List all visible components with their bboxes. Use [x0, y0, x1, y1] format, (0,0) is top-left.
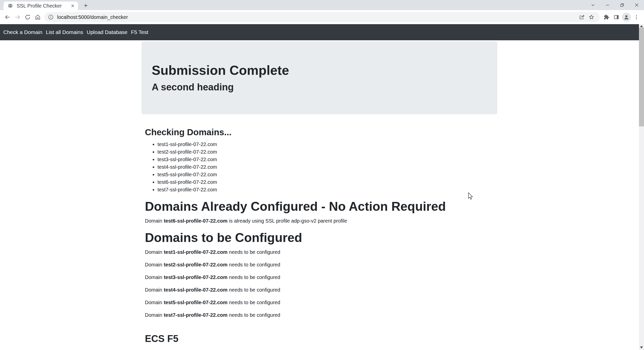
window-controls — [586, 0, 644, 10]
home-button[interactable] — [33, 12, 43, 23]
to-configure-list: Domaintest1-ssl-profile-07-22.comneeds t… — [145, 248, 494, 319]
site-info-icon[interactable] — [48, 14, 54, 20]
status-prefix: Domain — [145, 286, 162, 294]
globe-favicon-icon — [8, 3, 13, 9]
configured-status-line: Domaintest6-ssl-profile-07-22.comis alre… — [145, 217, 494, 225]
domain-list-item: test6-ssl-profile-07-22.com — [157, 178, 494, 186]
tab-strip: SSL Profile Checker — [0, 0, 644, 10]
tab-close-icon[interactable] — [69, 3, 76, 9]
status-suffix: needs to be configured — [229, 273, 280, 281]
status-suffix: needs to be configured — [229, 299, 280, 306]
browser-tab[interactable]: SSL Profile Checker — [4, 2, 78, 10]
content-container: Submission Complete A second heading Che… — [142, 41, 497, 344]
nav-link[interactable]: Check a Domain — [2, 29, 44, 35]
site-navbar: Check a Domain List all Domains Upload D… — [0, 24, 639, 40]
status-prefix: Domain — [145, 261, 162, 268]
status-domain: test7-ssl-profile-07-22.com — [164, 311, 227, 319]
to-configure-heading: Domains to be Configured — [145, 230, 494, 245]
nav-link[interactable]: List all Domains — [44, 29, 85, 35]
ecs-f5-heading: ECS F5 — [145, 333, 494, 344]
nav-link[interactable]: Upload Database — [85, 29, 129, 35]
avatar-icon — [622, 13, 631, 22]
status-suffix: needs to be configured — [229, 261, 280, 268]
scrollbar-thumb[interactable] — [639, 28, 644, 126]
browser-toolbar: localhost:5000/domain_checker — [0, 10, 644, 24]
page-title: Submission Complete — [152, 62, 487, 78]
close-window-button[interactable] — [629, 0, 644, 10]
tab-title: SSL Profile Checker — [17, 3, 69, 9]
configured-list: Domaintest6-ssl-profile-07-22.comis alre… — [145, 217, 494, 225]
scrollbar-up-arrow-icon[interactable] — [640, 25, 643, 27]
status-domain: test4-ssl-profile-07-22.com — [164, 286, 227, 294]
domain-list-item: test2-ssl-profile-07-22.com — [157, 148, 494, 156]
domain-list-item: test7-ssl-profile-07-22.com — [157, 186, 494, 193]
page-content: Submission Complete A second heading Che… — [0, 40, 639, 350]
to-configure-status-line: Domaintest1-ssl-profile-07-22.comneeds t… — [145, 248, 494, 256]
to-configure-status-line: Domaintest4-ssl-profile-07-22.comneeds t… — [145, 286, 494, 294]
status-domain: test3-ssl-profile-07-22.com — [164, 273, 227, 281]
checking-domains-heading: Checking Domains... — [145, 127, 494, 137]
new-tab-button[interactable] — [82, 2, 90, 9]
status-suffix: needs to be configured — [229, 311, 280, 319]
to-configure-status-line: Domaintest2-ssl-profile-07-22.comneeds t… — [145, 261, 494, 268]
status-suffix: is already using SSL profile adp-gso-v2 … — [229, 217, 347, 225]
to-configure-status-line: Domaintest3-ssl-profile-07-22.comneeds t… — [145, 273, 494, 281]
domain-list-item: test4-ssl-profile-07-22.com — [157, 163, 494, 171]
browser-menu-dots-icon[interactable] — [631, 12, 641, 23]
status-prefix: Domain — [145, 299, 162, 306]
profile-avatar[interactable] — [621, 12, 631, 23]
status-prefix: Domain — [145, 273, 162, 281]
domain-list: test1-ssl-profile-07-22.com test2-ssl-pr… — [145, 141, 494, 193]
address-bar[interactable]: localhost:5000/domain_checker — [44, 12, 600, 22]
domain-list-item: test3-ssl-profile-07-22.com — [157, 156, 494, 163]
restore-button[interactable] — [615, 0, 629, 10]
minimize-button[interactable] — [600, 0, 615, 10]
configured-heading: Domains Already Configured - No Action R… — [145, 199, 494, 214]
status-domain: test6-ssl-profile-07-22.com — [164, 217, 227, 225]
page-scrollbar[interactable] — [639, 24, 644, 350]
url-text[interactable]: localhost:5000/domain_checker — [57, 14, 128, 20]
to-configure-status-line: Domaintest7-ssl-profile-07-22.comneeds t… — [145, 311, 494, 319]
tab-search-chevron-icon[interactable] — [586, 0, 600, 10]
forward-button[interactable] — [13, 12, 23, 23]
share-icon[interactable] — [577, 12, 587, 22]
to-configure-status-line: Domaintest5-ssl-profile-07-22.comneeds t… — [145, 299, 494, 306]
reload-button[interactable] — [23, 12, 33, 23]
status-domain: test5-ssl-profile-07-22.com — [164, 299, 227, 306]
status-prefix: Domain — [145, 311, 162, 319]
status-domain: test1-ssl-profile-07-22.com — [164, 248, 227, 256]
scrollbar-down-arrow-icon[interactable] — [640, 346, 643, 348]
side-panel-icon[interactable] — [611, 12, 621, 23]
back-button[interactable] — [3, 12, 13, 23]
status-prefix: Domain — [145, 248, 162, 256]
domain-list-item: test1-ssl-profile-07-22.com — [157, 141, 494, 148]
status-domain: test2-ssl-profile-07-22.com — [164, 261, 227, 268]
bookmark-star-icon[interactable] — [587, 12, 596, 22]
domain-list-item: test5-ssl-profile-07-22.com — [157, 171, 494, 178]
nav-link[interactable]: F5 Test — [129, 29, 150, 35]
page-subtitle: A second heading — [152, 81, 487, 93]
browser-window: SSL Profile Checker — [0, 0, 644, 350]
status-prefix: Domain — [145, 217, 162, 225]
extensions-puzzle-icon[interactable] — [601, 12, 611, 23]
jumbotron: Submission Complete A second heading — [142, 41, 497, 114]
status-suffix: needs to be configured — [229, 286, 280, 294]
status-suffix: needs to be configured — [229, 248, 280, 256]
